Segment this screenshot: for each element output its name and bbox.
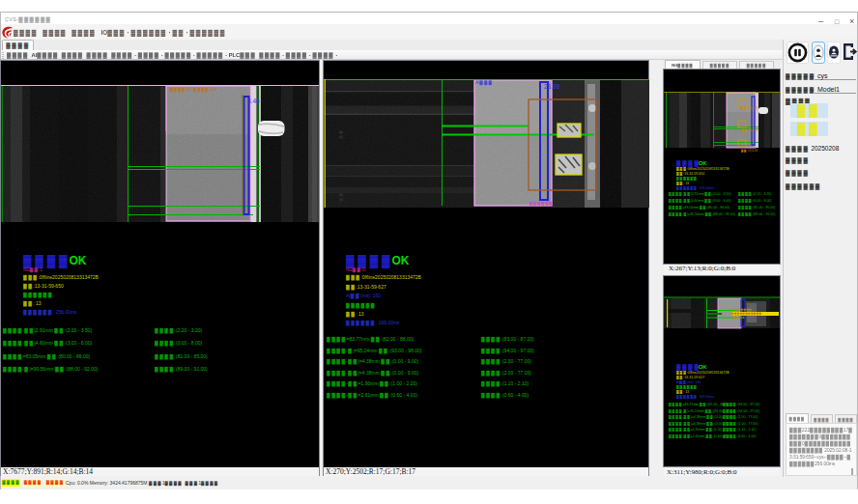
svg-text:23.88: 23.88 — [544, 83, 560, 90]
svg-text:3.46: 3.46 — [247, 98, 260, 104]
